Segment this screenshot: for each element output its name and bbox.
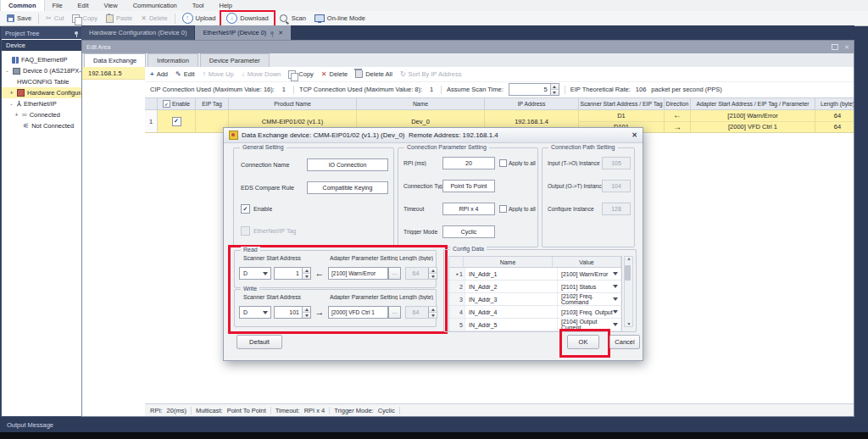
dialog-close-icon[interactable]: ✕ [632, 131, 637, 139]
assume-scan-time-label: Assume Scan Time: [447, 86, 504, 93]
tree-item-ethernet-ip[interactable]: - ⅄ EtherNet/IP [2, 98, 81, 109]
cut-button[interactable]: ✂Cut [42, 13, 68, 24]
config-value-dropdown[interactable]: [2102] Freq. Command [558, 293, 621, 305]
device-type-select[interactable]: D [239, 267, 271, 280]
dialog-title-bar[interactable]: Data Exchange device: CMM-EIP01/02 (v1.1… [224, 128, 643, 143]
delete-row-button[interactable]: ✕Delete [321, 70, 348, 78]
default-button[interactable]: Default [236, 335, 282, 349]
enable-checkbox[interactable] [172, 117, 181, 126]
pin-icon[interactable] [270, 31, 274, 35]
close-tab-icon[interactable]: ✕ [278, 30, 283, 36]
ethernet-ip-tag-checkbox[interactable] [241, 226, 250, 236]
move-down-icon: ↓ [242, 71, 245, 78]
dropdown-icon [613, 297, 618, 301]
rpi-input[interactable]: 20 [442, 157, 495, 169]
menu-view[interactable]: View [97, 0, 125, 11]
header-checkbox[interactable] [163, 100, 170, 108]
tab-hardware-configuration[interactable]: Hardware Configuration (Device 0) [81, 25, 194, 40]
collapse-icon[interactable]: - [8, 101, 14, 107]
tab-ethernet-ip[interactable]: EtherNet/IP (Device 0) ✕ [195, 25, 291, 40]
maximize-icon[interactable] [832, 44, 838, 50]
menu-communication[interactable]: Communication [125, 0, 185, 11]
apply-to-all-checkbox[interactable] [499, 205, 507, 213]
timeout-input[interactable]: RPI x 4 [442, 203, 495, 215]
sort-by-ip-button[interactable]: ↻Sort By IP Address [400, 70, 462, 78]
download-button[interactable]: ↓Download [222, 13, 272, 24]
delete-all-button[interactable]: Delete All [355, 70, 392, 78]
write-address-spinner[interactable]: 101 [274, 306, 311, 319]
close-window-icon[interactable]: ✕ [844, 44, 849, 51]
write-group: Write Scanner Start Address Adapter Para… [234, 289, 437, 327]
input-instance-field: 105 [602, 157, 631, 169]
copy-row-button[interactable]: Copy [288, 70, 314, 79]
menu-tool[interactable]: Tool [185, 0, 212, 11]
output-message-bar[interactable]: Output Message [0, 417, 868, 432]
read-address-spinner[interactable]: 1 [274, 267, 311, 280]
tree-item-hwconfig-table[interactable]: HWCONFIG Table [2, 76, 81, 87]
tab-data-exchange[interactable]: Data Exchange [84, 53, 146, 67]
ok-button[interactable]: OK [567, 335, 599, 349]
book-icon [12, 57, 19, 64]
enable-checkbox[interactable] [241, 204, 250, 214]
collapse-icon[interactable]: - [4, 68, 10, 74]
trigger-mode-input[interactable]: Cyclic [442, 225, 495, 238]
tab-device-parameter[interactable]: Device Parameter [200, 53, 270, 67]
add-icon: + [150, 71, 154, 78]
read-browse-button[interactable]: ··· [388, 267, 401, 280]
config-value-dropdown[interactable]: [2103] Freq. Output [558, 306, 621, 318]
move-down-button[interactable]: ↓Move Down [242, 70, 281, 78]
paste-button[interactable]: Paste [102, 13, 136, 24]
connection-name-input[interactable]: IO Connection [307, 158, 388, 171]
data-exchange-toolbar: +Add ✎Edit ↑Move Up ↓Move Down Copy ✕Del… [145, 67, 854, 82]
save-button[interactable]: Save [3, 13, 36, 24]
config-value-dropdown[interactable]: [2100] Warn/Error [558, 268, 621, 280]
tree-item-faq-ethernetip[interactable]: FAQ_EthernetIP [2, 54, 81, 65]
expand-icon[interactable]: + [8, 90, 14, 96]
eds-compare-rule-input[interactable]: Compatible Keying [307, 181, 388, 194]
tree-item-not-connected[interactable]: ⚟ Not Connected [2, 120, 81, 131]
write-adapter-parameter-input[interactable]: [2000] VFD Ctrl 1 [328, 306, 388, 319]
apply-to-all-checkbox[interactable] [499, 159, 507, 167]
menu-file[interactable]: File [45, 0, 70, 11]
assume-scan-time-input[interactable]: 5 [509, 83, 559, 96]
direction-cell: → [665, 122, 691, 133]
add-button[interactable]: +Add [150, 70, 168, 78]
rpi-value: 20(ms) [167, 407, 186, 414]
upload-button[interactable]: ↑Upload [178, 13, 220, 24]
scroll-up-icon[interactable] [627, 258, 630, 259]
read-adapter-parameter-input[interactable]: [2100] Warn/Error [328, 267, 388, 280]
adapter-parameter-label: Adapter Parameter Setting [330, 294, 398, 300]
online-mode-button[interactable]: On-line Mode [310, 13, 370, 24]
spinner-arrows[interactable] [550, 84, 559, 95]
scroll-down-icon[interactable] [627, 323, 630, 325]
config-row[interactable]: 4 IN_Addr_4 [2103] Freq. Output [449, 306, 621, 319]
tab-information[interactable]: Information [147, 53, 198, 67]
delete-button[interactable]: ✕Delete [136, 13, 171, 24]
tree-item-hardware-configuration[interactable]: + Hardware Configuration [2, 87, 81, 98]
scan-button[interactable]: Scan [275, 13, 310, 24]
edit-button[interactable]: ✎Edit [175, 70, 195, 78]
connection-type-input[interactable]: Point To Point [442, 180, 495, 192]
config-value-dropdown[interactable]: [2101] Status [558, 281, 621, 292]
tree-item-connected[interactable]: + ═ Connected [2, 109, 81, 120]
menu-common[interactable]: Common [0, 0, 45, 11]
device-type-select[interactable]: D [239, 306, 271, 319]
copy-button[interactable]: Copy [68, 13, 102, 24]
write-browse-button[interactable]: ··· [388, 306, 401, 319]
document-tab-bar: Hardware Configuration (Device 0) EtherN… [81, 25, 854, 40]
menu-bar: Common File Edit View Communication Tool… [0, 0, 868, 12]
app-window: Common File Edit View Communication Tool… [0, 0, 868, 439]
config-row[interactable]: ▸1 IN_Addr_1 [2100] Warn/Error [449, 268, 621, 281]
config-row[interactable]: 3 IN_Addr_3 [2102] Freq. Command [449, 293, 621, 306]
scrollbar-thumb[interactable] [625, 265, 631, 281]
cancel-button[interactable]: Cancel [609, 335, 640, 349]
menu-edit[interactable]: Edit [70, 0, 97, 11]
move-up-button[interactable]: ↑Move Up [203, 70, 234, 78]
config-scrollbar[interactable] [624, 256, 633, 327]
pin-icon[interactable] [75, 31, 78, 35]
expand-icon[interactable]: + [14, 112, 19, 118]
tree-item-device-0[interactable]: - Device 0 (AS218PX-A) [2, 65, 81, 76]
config-row[interactable]: 2 IN_Addr_2 [2101] Status [449, 281, 621, 293]
ip-list-item-selected[interactable]: 192.168.1.5 [82, 67, 145, 80]
configure-instance-label: Configure Instance [548, 206, 602, 212]
